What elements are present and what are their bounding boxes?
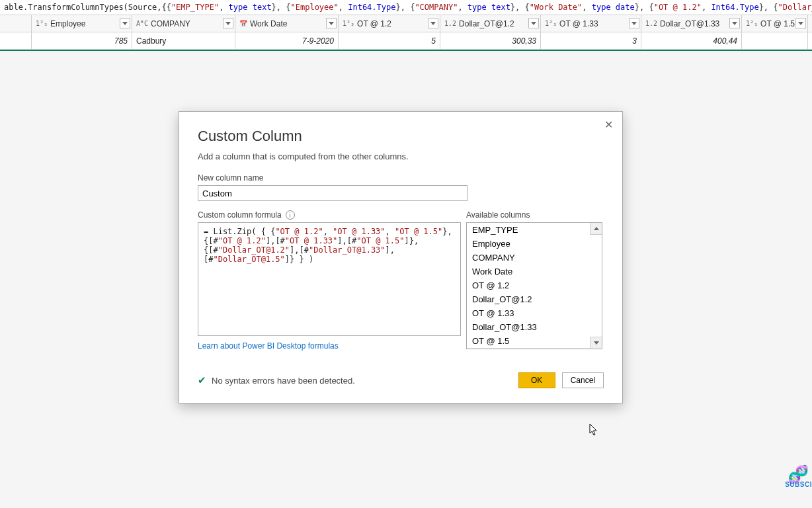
column-header[interactable]: 1²₃OT @ 1.2 bbox=[339, 15, 440, 32]
filter-dropdown-icon[interactable] bbox=[223, 18, 233, 28]
column-header[interactable]: 1²₃OT @ 1.5 bbox=[742, 15, 808, 32]
info-icon[interactable]: i bbox=[286, 210, 295, 220]
cell[interactable]: 300,33 bbox=[440, 32, 541, 49]
cell[interactable]: 785 bbox=[32, 32, 132, 49]
filter-dropdown-icon[interactable] bbox=[326, 18, 337, 28]
column-header-label: Work Date bbox=[250, 19, 287, 28]
column-header-label: OT @ 1.5 bbox=[760, 19, 795, 28]
type-icon: 1²₃ bbox=[545, 20, 557, 27]
available-column-item[interactable]: OT @ 1.2 bbox=[467, 278, 602, 292]
cell[interactable]: 5 bbox=[339, 32, 440, 49]
close-icon[interactable]: ✕ bbox=[601, 117, 616, 132]
filter-dropdown-icon[interactable] bbox=[729, 18, 740, 28]
cell[interactable] bbox=[742, 32, 808, 49]
new-column-name-label: New column name bbox=[198, 173, 604, 183]
available-column-item[interactable]: EMP_TYPE bbox=[467, 223, 602, 237]
column-header[interactable]: 1²₃OT @ 1.33 bbox=[541, 15, 641, 32]
column-header[interactable]: 📅Work Date bbox=[235, 15, 339, 32]
available-columns-label: Available columns bbox=[466, 210, 602, 220]
ok-button[interactable]: OK bbox=[518, 372, 555, 388]
cell[interactable]: Cadbury bbox=[132, 32, 235, 49]
filter-dropdown-icon[interactable] bbox=[629, 18, 639, 28]
column-header-label: Employee bbox=[50, 19, 85, 28]
cancel-button[interactable]: Cancel bbox=[562, 372, 604, 388]
check-icon: ✔ bbox=[198, 374, 206, 386]
data-table: 1²₃EmployeeAᴮCCOMPANY📅Work Date1²₃OT @ 1… bbox=[0, 15, 812, 51]
cell[interactable]: 7-9-2020 bbox=[235, 32, 339, 49]
type-icon: 📅 bbox=[239, 20, 247, 27]
table-row[interactable]: 785Cadbury7-9-20205300,333400,44 bbox=[0, 32, 812, 50]
available-column-item[interactable]: Dollar_OT@1.2 bbox=[467, 292, 602, 306]
filter-dropdown-icon[interactable] bbox=[795, 18, 806, 28]
formula-bar[interactable]: able.TransformColumnTypes(Source,{{"EMP_… bbox=[0, 0, 812, 15]
cursor-icon bbox=[589, 423, 598, 437]
custom-column-dialog: ✕ Custom Column Add a column that is com… bbox=[179, 111, 623, 403]
type-icon: 1.2 bbox=[444, 20, 456, 27]
new-column-name-input[interactable] bbox=[198, 185, 467, 201]
available-column-item[interactable]: Work Date bbox=[467, 265, 602, 278]
available-column-item[interactable]: Employee bbox=[467, 237, 602, 251]
formula-label: Custom column formula i bbox=[198, 210, 461, 220]
status-text: No syntax errors have been detected. bbox=[212, 376, 355, 386]
available-column-item[interactable]: COMPANY bbox=[467, 251, 602, 265]
column-header-label: COMPANY bbox=[151, 19, 190, 28]
dialog-subtitle: Add a column that is computed from the o… bbox=[198, 151, 604, 161]
cell[interactable]: 400,44 bbox=[641, 32, 742, 49]
column-header-label: Dollar_OT@1.33 bbox=[660, 19, 719, 28]
type-icon: 1²₃ bbox=[343, 20, 354, 27]
available-column-item[interactable]: OT @ 1.5 bbox=[467, 334, 602, 348]
column-header[interactable]: 1²₃Employee bbox=[32, 15, 132, 32]
column-header[interactable]: 1.2Dollar_OT@1.2 bbox=[440, 15, 541, 32]
column-header[interactable]: 1.2Dollar_OT@1.33 bbox=[641, 15, 742, 32]
available-column-item[interactable]: Dollar_OT@1.5 bbox=[467, 348, 602, 349]
formula-editor[interactable]: = List.Zip( { {"OT @ 1.2", "OT @ 1.33", … bbox=[198, 222, 461, 336]
filter-dropdown-icon[interactable] bbox=[528, 18, 539, 28]
column-header[interactable] bbox=[0, 15, 32, 32]
available-column-item[interactable]: OT @ 1.33 bbox=[467, 306, 602, 320]
column-header-label: Dollar_OT@1.2 bbox=[459, 19, 514, 28]
column-header-label: OT @ 1.33 bbox=[559, 19, 598, 28]
insert-button-stub[interactable] bbox=[466, 349, 602, 358]
type-icon: AᴮC bbox=[136, 20, 148, 27]
column-header-label: OT @ 1.2 bbox=[357, 19, 391, 28]
learn-link[interactable]: Learn about Power BI Desktop formulas bbox=[198, 341, 461, 351]
available-column-item[interactable]: Dollar_OT@1.33 bbox=[467, 320, 602, 334]
type-icon: 1²₃ bbox=[36, 20, 48, 27]
type-icon: 1²₃ bbox=[746, 20, 758, 27]
scroll-down-icon[interactable] bbox=[590, 337, 602, 349]
available-columns-list[interactable]: EMP_TYPEEmployeeCOMPANYWork DateOT @ 1.2… bbox=[466, 222, 602, 349]
watermark: 🧬 SUBSCI bbox=[785, 468, 812, 488]
scroll-up-icon[interactable] bbox=[590, 223, 602, 235]
filter-dropdown-icon[interactable] bbox=[120, 18, 130, 28]
cell[interactable]: 3 bbox=[541, 32, 641, 49]
filter-dropdown-icon[interactable] bbox=[428, 18, 438, 28]
column-header[interactable]: AᴮCCOMPANY bbox=[132, 15, 235, 32]
type-icon: 1.2 bbox=[645, 20, 657, 27]
dialog-title: Custom Column bbox=[198, 128, 604, 145]
cell[interactable] bbox=[0, 32, 32, 49]
